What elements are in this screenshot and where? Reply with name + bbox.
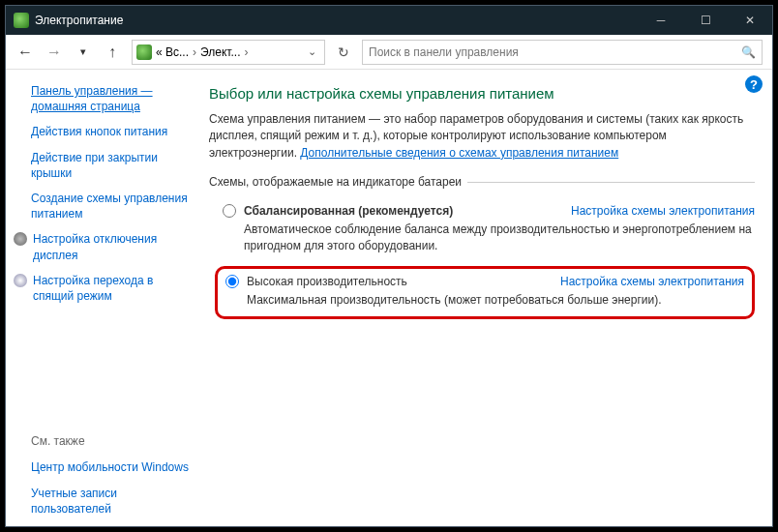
window-title: Электропитание <box>35 14 639 27</box>
plan-description: Максимальная производительность (может п… <box>247 292 744 309</box>
plans-fieldset: Схемы, отображаемые на индикаторе батаре… <box>209 175 755 318</box>
content: ? Выбор или настройка схемы управления п… <box>199 70 772 526</box>
sidebar-link-user-accounts[interactable]: Учетные записи пользователей <box>31 486 190 517</box>
up-button[interactable]: ↑ <box>99 39 126 66</box>
plan-settings-link[interactable]: Настройка схемы электропитания <box>560 275 744 288</box>
minimize-button[interactable]: ─ <box>639 6 683 35</box>
search-placeholder: Поиск в панели управления <box>369 45 519 59</box>
sleep-icon <box>14 274 27 287</box>
sidebar-home-link[interactable]: Панель управления — домашняя страница <box>31 83 190 114</box>
forward-button[interactable]: → <box>41 39 68 66</box>
app-icon <box>14 13 29 28</box>
page-title: Выбор или настройка схемы управления пит… <box>209 85 755 102</box>
breadcrumb-item[interactable]: Элект... <box>200 45 240 59</box>
refresh-button[interactable]: ↻ <box>331 40 356 65</box>
plan-settings-link[interactable]: Настройка схемы электропитания <box>571 204 755 218</box>
sidebar-link-lid-close[interactable]: Действие при закрытии крышки <box>31 150 190 181</box>
display-icon <box>14 232 27 246</box>
chevron-right-icon: › <box>244 45 248 59</box>
more-info-link[interactable]: Дополнительные сведения о схемах управле… <box>300 146 618 160</box>
recent-dropdown[interactable]: ▾ <box>70 39 97 66</box>
sidebar-link-mobility-center[interactable]: Центр мобильности Windows <box>31 459 190 475</box>
sidebar-link-display-off[interactable]: Настройка отключения дисплея <box>33 231 190 262</box>
window: Электропитание ─ ☐ ✕ ← → ▾ ↑ « Вс... › Э… <box>5 5 773 527</box>
plan-radio-high-perf[interactable]: Высокая производительность <box>225 275 407 288</box>
sidebar-link-create-plan[interactable]: Создание схемы управления питанием <box>31 191 190 222</box>
breadcrumb-icon <box>136 44 152 60</box>
see-also-heading: См. также <box>31 434 190 448</box>
navbar: ← → ▾ ↑ « Вс... › Элект... › ⌄ ↻ Поиск в… <box>6 35 772 70</box>
help-icon[interactable]: ? <box>745 75 763 93</box>
radio-input[interactable] <box>223 204 236 218</box>
plan-name: Сбалансированная (рекомендуется) <box>244 204 453 218</box>
plan-description: Автоматическое соблюдение баланса между … <box>244 222 755 254</box>
plans-legend: Схемы, отображаемые на индикаторе батаре… <box>209 175 467 189</box>
search-input[interactable]: Поиск в панели управления 🔍 <box>362 40 763 65</box>
radio-input[interactable] <box>225 275 239 288</box>
titlebar: Электропитание ─ ☐ ✕ <box>6 6 772 35</box>
search-icon: 🔍 <box>741 45 756 59</box>
plan-radio-balanced[interactable]: Сбалансированная (рекомендуется) <box>223 204 453 218</box>
page-description: Схема управления питанием — это набор па… <box>209 111 755 162</box>
close-button[interactable]: ✕ <box>728 6 772 35</box>
back-button[interactable]: ← <box>12 39 39 66</box>
sidebar-link-sleep[interactable]: Настройка перехода в спящий режим <box>33 273 190 304</box>
plan-balanced: Сбалансированная (рекомендуется) Настрой… <box>223 204 755 254</box>
breadcrumb-dropdown[interactable]: ⌄ <box>304 45 320 58</box>
plan-name: Высокая производительность <box>247 275 407 288</box>
sidebar: Панель управления — домашняя страница Де… <box>6 70 199 526</box>
plan-high-performance: Высокая производительность Настройка схе… <box>225 275 744 309</box>
chevron-right-icon: › <box>193 45 196 59</box>
maximize-button[interactable]: ☐ <box>683 6 728 35</box>
breadcrumb-item[interactable]: « Вс... <box>156 45 189 59</box>
sidebar-link-power-buttons[interactable]: Действия кнопок питания <box>31 124 190 139</box>
breadcrumb[interactable]: « Вс... › Элект... › ⌄ <box>132 40 325 65</box>
highlighted-plan: Высокая производительность Настройка схе… <box>215 266 755 319</box>
